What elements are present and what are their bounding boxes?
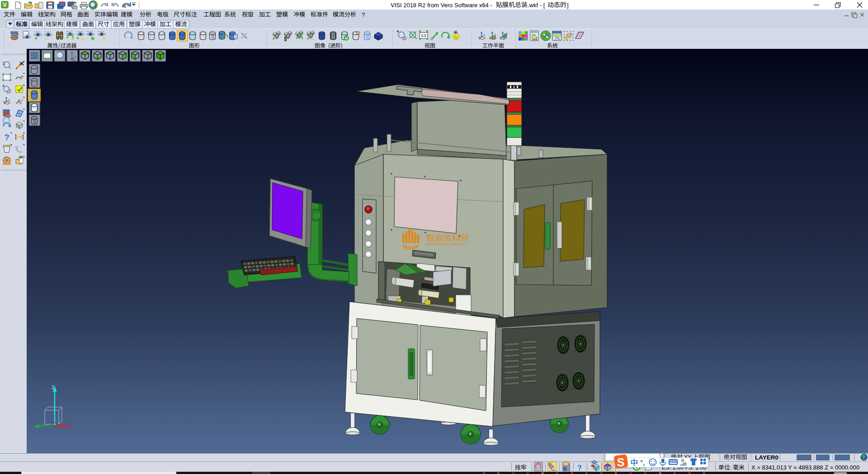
svg-text:?: ? <box>577 464 582 472</box>
svg-text:LAYER0: LAYER0 <box>755 454 778 461</box>
svg-text:X = 8341.013 Y = 4893.888 Z =: X = 8341.013 Y = 4893.888 Z = 0000.000 <box>751 464 859 471</box>
svg-text:Z: Z <box>52 384 55 390</box>
svg-text:+: + <box>272 36 275 41</box>
svg-text:°,: °, <box>640 459 645 466</box>
svg-text:S: S <box>617 456 625 469</box>
svg-text:X: X <box>67 423 71 429</box>
svg-text:+: + <box>34 35 38 42</box>
svg-text:+: + <box>76 35 79 41</box>
svg-text:+: + <box>307 36 309 41</box>
svg-text:VISI 2018 R2 from Vero Softwar: VISI 2018 R2 from Vero Software x64 - <box>391 2 492 9</box>
svg-text:INTELLIGENT MANUFACTURING DATA: INTELLIGENT MANUFACTURING DATA <box>426 243 465 246</box>
svg-text:V: V <box>3 2 6 8</box>
svg-text:+: + <box>2 84 5 88</box>
svg-text:Y: Y <box>29 421 33 426</box>
svg-text:?: ? <box>362 11 365 18</box>
svg-text::: : <box>730 464 732 471</box>
svg-text:.wkf - [: .wkf - [ <box>528 2 545 9</box>
svg-text:]: ] <box>567 2 569 9</box>
svg-text:?: ? <box>4 133 9 142</box>
svg-text:1:1: 1:1 <box>421 33 426 38</box>
